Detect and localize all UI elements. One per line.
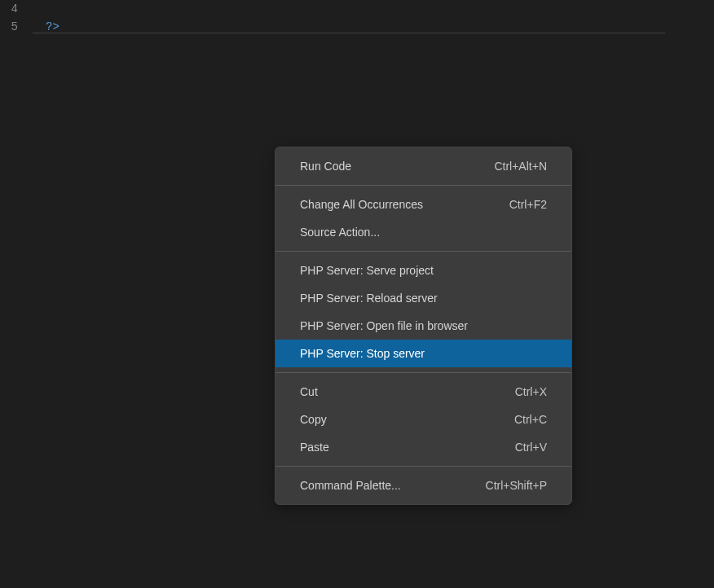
menu-item-label: Run Code	[300, 158, 469, 174]
menu-item-copy[interactable]: Copy Ctrl+C	[275, 406, 571, 433]
menu-item-shortcut: Ctrl+V	[515, 439, 547, 455]
menu-item-label: PHP Server: Open file in browser	[300, 318, 547, 334]
menu-item-label: Command Palette...	[300, 477, 461, 494]
menu-item-cut[interactable]: Cut Ctrl+X	[275, 378, 571, 406]
menu-item-shortcut: Ctrl+X	[515, 384, 547, 400]
code-line	[46, 0, 60, 18]
line-number: 4	[0, 0, 18, 18]
menu-item-paste[interactable]: Paste Ctrl+V	[275, 433, 571, 461]
menu-item-php-serve-project[interactable]: PHP Server: Serve project	[275, 257, 571, 284]
code-ruler	[33, 33, 665, 33]
menu-separator	[275, 251, 571, 252]
menu-item-change-all-occurrences[interactable]: Change All Occurrences Ctrl+F2	[275, 191, 571, 218]
menu-item-label: Source Action...	[300, 224, 547, 240]
menu-item-php-stop-server[interactable]: PHP Server: Stop server	[275, 340, 571, 367]
menu-item-run-code[interactable]: Run Code Ctrl+Alt+N	[275, 152, 571, 180]
menu-item-label: Change All Occurrences	[300, 196, 485, 213]
line-number: 5	[0, 18, 18, 36]
menu-item-php-reload-server[interactable]: PHP Server: Reload server	[275, 284, 571, 312]
php-close-tag: ?>	[46, 20, 60, 33]
menu-item-label: Copy	[300, 411, 490, 428]
menu-separator	[275, 372, 571, 373]
menu-item-shortcut: Ctrl+Alt+N	[494, 158, 547, 174]
menu-item-shortcut: Ctrl+F2	[509, 196, 547, 213]
menu-item-php-open-in-browser[interactable]: PHP Server: Open file in browser	[275, 312, 571, 340]
menu-item-label: Cut	[300, 384, 491, 400]
menu-item-command-palette[interactable]: Command Palette... Ctrl+Shift+P	[275, 472, 571, 499]
code-content[interactable]: ?>	[46, 0, 60, 36]
menu-separator	[275, 466, 571, 467]
menu-item-source-action[interactable]: Source Action...	[275, 218, 571, 246]
menu-item-shortcut: Ctrl+Shift+P	[486, 477, 547, 494]
line-gutter: 4 5	[0, 0, 33, 36]
menu-item-label: PHP Server: Stop server	[300, 345, 547, 362]
menu-item-label: PHP Server: Reload server	[300, 290, 547, 306]
menu-separator	[275, 185, 571, 186]
menu-item-shortcut: Ctrl+C	[514, 411, 547, 428]
context-menu: Run Code Ctrl+Alt+N Change All Occurrenc…	[275, 147, 572, 505]
menu-item-label: PHP Server: Serve project	[300, 262, 547, 279]
menu-item-label: Paste	[300, 439, 491, 455]
